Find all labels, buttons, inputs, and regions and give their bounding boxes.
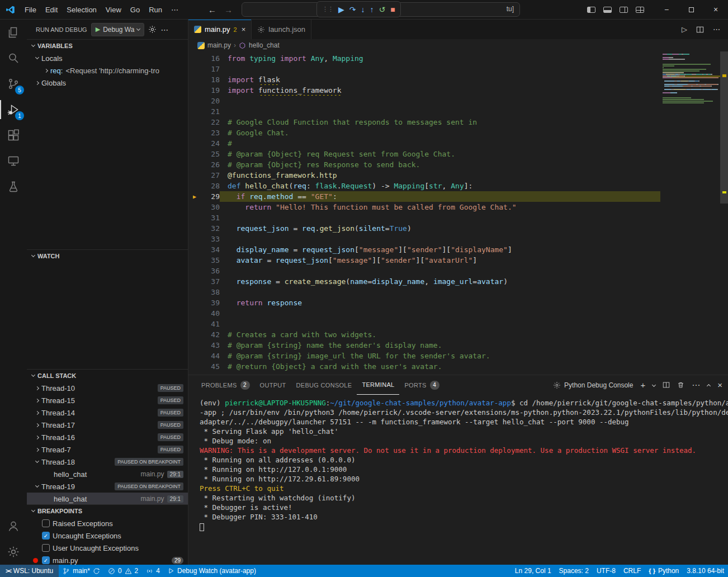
new-terminal-icon[interactable]: + — [640, 380, 645, 390]
back-arrow-icon[interactable]: ← — [208, 5, 216, 15]
line-number[interactable]: 35 — [201, 255, 220, 266]
activity-testing[interactable] — [0, 174, 27, 200]
code-line[interactable]: 26# @param {Object} res Response to send… — [188, 159, 728, 170]
code-line[interactable]: 18import flask — [188, 74, 728, 85]
breakpoint-checkbox[interactable] — [42, 544, 50, 552]
code-line[interactable]: 24# — [188, 138, 728, 149]
activity-extensions[interactable] — [0, 122, 27, 148]
watch-section-header[interactable]: WATCH — [27, 250, 188, 262]
breakpoint-checkbox[interactable]: ✓ — [42, 532, 50, 540]
more-actions-icon[interactable]: ⋯ — [713, 25, 720, 34]
callstack-thread[interactable]: Thread-16PAUSED — [27, 431, 188, 443]
code-line[interactable]: 44# @param {string} image_url the URL fo… — [188, 351, 728, 361]
toggle-sidebar-icon[interactable] — [587, 7, 595, 13]
code-line[interactable]: 23# Google Chat. — [188, 127, 728, 138]
code-line[interactable]: 20 — [188, 96, 728, 106]
line-number[interactable]: 41 — [201, 319, 220, 329]
menu-view[interactable]: View — [101, 4, 126, 16]
callstack-frame[interactable]: hello_chatmain.py29:1 — [27, 493, 188, 504]
minimize-button[interactable]: − — [654, 0, 679, 20]
code-line[interactable]: 39 return response — [188, 297, 728, 308]
line-number[interactable]: 19 — [201, 85, 220, 96]
breadcrumb-file[interactable]: main.py — [207, 41, 231, 49]
scope-globals[interactable]: Globals — [27, 77, 188, 89]
more-actions-icon[interactable]: ⋯ — [692, 380, 700, 390]
line-number[interactable]: 42 — [201, 329, 220, 340]
line-number[interactable]: 39 — [201, 297, 220, 308]
code-line[interactable]: 17 — [188, 64, 728, 74]
code-line[interactable]: 19import functions_framework — [188, 85, 728, 96]
scope-locals[interactable]: Locals — [27, 52, 188, 64]
line-number[interactable]: 37 — [201, 276, 220, 287]
editor-scrollbar[interactable] — [720, 51, 728, 375]
activity-remote-explorer[interactable] — [0, 148, 27, 174]
callstack-thread[interactable]: Thread-14PAUSED — [27, 406, 188, 419]
activity-explorer[interactable] — [0, 20, 27, 45]
code-line[interactable]: 40 — [188, 308, 728, 319]
breakpoints-section-header[interactable]: BREAKPOINTS — [27, 505, 188, 517]
line-number[interactable]: 21 — [201, 106, 220, 117]
line-number[interactable]: 25 — [201, 149, 220, 159]
menu-overflow-icon[interactable]: ⋯ — [167, 4, 183, 16]
close-icon[interactable]: × — [242, 25, 246, 34]
split-terminal-icon[interactable] — [663, 381, 670, 389]
activity-run-debug[interactable]: 1 — [0, 97, 27, 122]
code-line[interactable]: 45# @return {Object} a card with the use… — [188, 361, 728, 372]
menu-edit[interactable]: Edit — [41, 4, 62, 16]
panel-tab-output[interactable]: OUTPUT — [255, 375, 291, 395]
line-number[interactable]: 33 — [201, 234, 220, 244]
stop-button[interactable]: ■ — [390, 6, 395, 13]
tab-main-py[interactable]: main.py 2 × — [188, 20, 252, 39]
line-number[interactable]: 17 — [201, 64, 220, 74]
breakpoint-item[interactable]: User Uncaught Exceptions — [27, 542, 188, 554]
code-line[interactable]: 35 avatar = request_json["message"]["sen… — [188, 255, 728, 266]
code-line[interactable]: 30 return "Hello! This function must be … — [188, 202, 728, 212]
debug-session-status[interactable]: Debug Watch (avatar-app) — [164, 565, 260, 577]
activity-search[interactable] — [0, 45, 27, 71]
code-line[interactable]: 43# @param {string} name the sender's di… — [188, 340, 728, 351]
step-into-button[interactable]: ↓ — [361, 6, 365, 13]
code-line[interactable]: 25# @param {Object} req Request sent fro… — [188, 149, 728, 159]
breakpoint-item[interactable]: ✓Uncaught Exceptions — [27, 529, 188, 542]
line-number[interactable]: 24 — [201, 138, 220, 149]
callstack-frame[interactable]: hello_chatmain.py29:1 — [27, 468, 188, 480]
breakpoint-checkbox[interactable] — [42, 519, 50, 527]
code-line[interactable]: 34 display_name = request_json["message"… — [188, 244, 728, 255]
line-number[interactable]: 20 — [201, 96, 220, 106]
line-number[interactable]: 45 — [201, 361, 220, 372]
line-number[interactable]: 27 — [201, 170, 220, 181]
callstack-thread[interactable]: Thread-15PAUSED — [27, 394, 188, 406]
more-actions-icon[interactable]: ⋯ — [160, 25, 168, 34]
minimap[interactable] — [660, 51, 720, 375]
language-mode-status[interactable]: { } Python — [645, 565, 683, 577]
eol-status[interactable]: CRLF — [620, 565, 645, 577]
step-over-button[interactable]: ↷ — [349, 6, 356, 13]
panel-tab-terminal[interactable]: TERMINAL — [357, 375, 399, 395]
terminal-output[interactable]: (env) pierrick@LAPTOP-HKU5PNNG:~/git/goo… — [188, 395, 728, 565]
toggle-secondary-sidebar-icon[interactable] — [620, 7, 628, 13]
menu-go[interactable]: Go — [126, 4, 144, 16]
terminal-profile-selector[interactable]: Python Debug Console — [553, 381, 633, 389]
call-stack-section-header[interactable]: CALL STACK — [27, 370, 188, 382]
breadcrumb-symbol[interactable]: hello_chat — [249, 41, 280, 49]
code-line[interactable]: 42# Creates a card with two widgets. — [188, 329, 728, 340]
close-panel-icon[interactable]: × — [717, 380, 722, 390]
breakpoint-item[interactable]: ✓main.py29 — [27, 554, 188, 565]
callstack-thread[interactable]: Thread-18PAUSED ON BREAKPOINT — [27, 456, 188, 468]
line-number[interactable]: 29 — [201, 191, 220, 202]
python-interpreter-status[interactable]: 3.8.10 64-bit — [683, 565, 728, 577]
breakpoint-item[interactable]: Raised Exceptions — [27, 517, 188, 529]
variable-req[interactable]: req: <Request 'http://charming-tro — [27, 64, 188, 77]
toolbar-grip-icon[interactable]: ⋮⋮ — [322, 6, 333, 13]
problems-status[interactable]: 0 2 — [104, 565, 142, 577]
line-number[interactable]: 28 — [201, 181, 220, 191]
code-line[interactable]: ▶29 if req.method == "GET": — [188, 191, 728, 202]
line-number[interactable]: 26 — [201, 159, 220, 170]
variables-section-header[interactable]: VARIABLES — [27, 40, 188, 52]
line-number[interactable]: 23 — [201, 127, 220, 138]
customize-layout-icon[interactable] — [636, 7, 644, 13]
line-number[interactable]: 40 — [201, 308, 220, 319]
activity-source-control[interactable]: 5 — [0, 71, 27, 97]
encoding-status[interactable]: UTF-8 — [593, 565, 620, 577]
start-debugging-icon[interactable]: ▶ — [96, 26, 100, 33]
